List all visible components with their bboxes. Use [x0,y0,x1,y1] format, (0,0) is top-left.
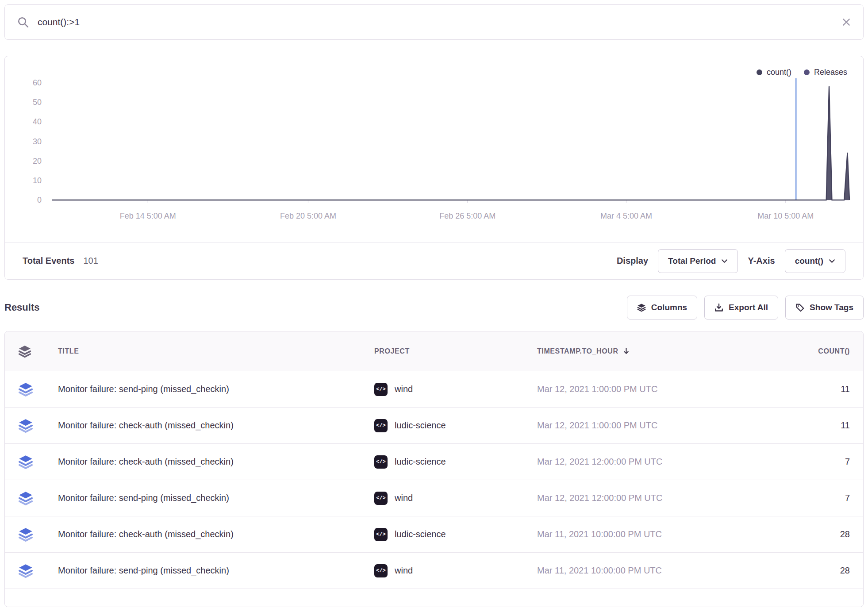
table-row[interactable]: Monitor failure: check-auth (missed_chec… [5,408,863,444]
row-timestamp: Mar 11, 2021 10:00:00 PM UTC [537,529,775,539]
row-title[interactable]: Monitor failure: check-auth (missed_chec… [58,420,374,431]
table-footer-strip [5,589,863,607]
stack-icon [18,491,58,506]
row-count: 11 [775,384,850,394]
row-title[interactable]: Monitor failure: send-ping (missed_check… [58,384,374,394]
column-header-title[interactable]: TITLE [58,347,374,355]
svg-text:Mar 10 5:00 AM: Mar 10 5:00 AM [757,212,814,220]
project-platform-icon: </> [374,492,388,505]
project-name: wind [395,493,413,503]
results-table: TITLE PROJECT TIMESTAMP.TO_HOUR COUNT() … [4,331,864,607]
yaxis-dropdown[interactable]: count() [785,249,845,273]
display-dropdown-value: Total Period [668,256,716,266]
display-label: Display [617,256,648,266]
table-row[interactable]: Monitor failure: send-ping (missed_check… [5,480,863,516]
project-platform-icon: </> [374,564,388,577]
project-name: ludic-science [395,457,446,467]
total-events-label: Total Events [23,256,74,266]
svg-text:40: 40 [33,117,42,126]
stack-icon [637,303,646,312]
stack-icon [18,563,58,578]
svg-text:50: 50 [33,98,42,107]
row-title[interactable]: Monitor failure: check-auth (missed_chec… [58,529,374,539]
results-toolbar: Results Columns [4,296,864,319]
tag-icon [795,303,804,312]
search-bar[interactable] [4,4,864,40]
total-events-value: 101 [83,256,98,266]
show-tags-button-label: Show Tags [810,303,853,312]
row-project: </>wind [374,492,537,505]
results-table-body: Monitor failure: send-ping (missed_check… [5,371,863,589]
project-platform-icon: </> [374,455,388,469]
row-timestamp: Mar 12, 2021 1:00:00 PM UTC [537,384,775,394]
row-title[interactable]: Monitor failure: send-ping (missed_check… [58,493,374,503]
project-name: wind [395,566,413,576]
svg-text:20: 20 [33,157,42,165]
legend-item-releases[interactable]: Releases [804,68,847,77]
row-timestamp: Mar 11, 2021 10:00:00 PM UTC [537,566,775,576]
svg-text:Feb 14 5:00 AM: Feb 14 5:00 AM [120,212,176,220]
clear-search-icon[interactable] [842,18,851,27]
table-row[interactable]: Monitor failure: send-ping (missed_check… [5,371,863,408]
export-all-button-label: Export All [729,303,768,312]
svg-text:60: 60 [33,78,42,87]
svg-text:Feb 26 5:00 AM: Feb 26 5:00 AM [439,212,495,220]
stack-icon [18,382,58,397]
row-title[interactable]: Monitor failure: check-auth (missed_chec… [58,457,374,467]
chevron-down-icon [721,259,728,263]
chevron-down-icon [829,259,835,263]
row-title[interactable]: Monitor failure: send-ping (missed_check… [58,566,374,576]
display-dropdown[interactable]: Total Period [658,249,738,273]
count-legend-dot-icon [757,69,762,75]
row-count: 7 [775,493,850,503]
legend-item-count[interactable]: count() [757,68,791,77]
stack-icon [18,454,58,469]
columns-button[interactable]: Columns [627,296,697,319]
table-row[interactable]: Monitor failure: check-auth (missed_chec… [5,516,863,553]
svg-text:30: 30 [33,137,42,146]
show-tags-button[interactable]: Show Tags [785,296,864,319]
row-count: 28 [775,529,850,539]
svg-text:0: 0 [37,196,42,204]
column-header-count[interactable]: COUNT() [775,347,850,355]
chart-footer: Total Events 101 Display Total Period Y-… [5,242,863,279]
column-header-timestamp[interactable]: TIMESTAMP.TO_HOUR [537,347,775,355]
events-chart-svg[interactable]: 0102030405060Feb 14 5:00 AMFeb 20 5:00 A… [5,56,863,242]
legend-releases-label: Releases [814,68,847,77]
column-header-project[interactable]: PROJECT [374,347,537,355]
sort-desc-arrow-icon [623,347,630,355]
row-count: 11 [775,420,850,431]
row-count: 28 [775,566,850,576]
row-project: </>wind [374,383,537,396]
row-project: </>ludic-science [374,455,537,469]
project-platform-icon: </> [374,419,388,432]
releases-legend-dot-icon [804,69,810,75]
row-timestamp: Mar 12, 2021 12:00:00 PM UTC [537,493,775,503]
project-platform-icon: </> [374,383,388,396]
events-chart-panel: count() Releases 0102030405060Feb 14 5:0… [4,56,864,280]
row-count: 7 [775,457,850,467]
search-input[interactable] [38,17,833,27]
total-events: Total Events 101 [23,256,98,266]
row-project: </>ludic-science [374,419,537,432]
export-all-button[interactable]: Export All [704,296,778,319]
project-name: wind [395,384,413,394]
table-row[interactable]: Monitor failure: check-auth (missed_chec… [5,444,863,480]
results-heading: Results [4,302,39,313]
stack-icon [18,418,58,433]
svg-text:Mar 4 5:00 AM: Mar 4 5:00 AM [600,212,652,220]
yaxis-label: Y-Axis [748,256,775,266]
chart-legend: count() Releases [757,68,847,77]
columns-button-label: Columns [651,303,687,312]
legend-count-label: count() [767,68,791,77]
search-icon [17,16,29,28]
table-row[interactable]: Monitor failure: send-ping (missed_check… [5,553,863,589]
yaxis-dropdown-value: count() [795,256,823,266]
project-name: ludic-science [395,529,446,539]
svg-text:10: 10 [33,176,42,185]
stack-icon [18,527,58,542]
row-project: </>ludic-science [374,528,537,541]
discover-page: count() Releases 0102030405060Feb 14 5:0… [0,0,868,608]
svg-text:Feb 20 5:00 AM: Feb 20 5:00 AM [280,212,336,220]
table-header-row: TITLE PROJECT TIMESTAMP.TO_HOUR COUNT() [5,331,863,371]
